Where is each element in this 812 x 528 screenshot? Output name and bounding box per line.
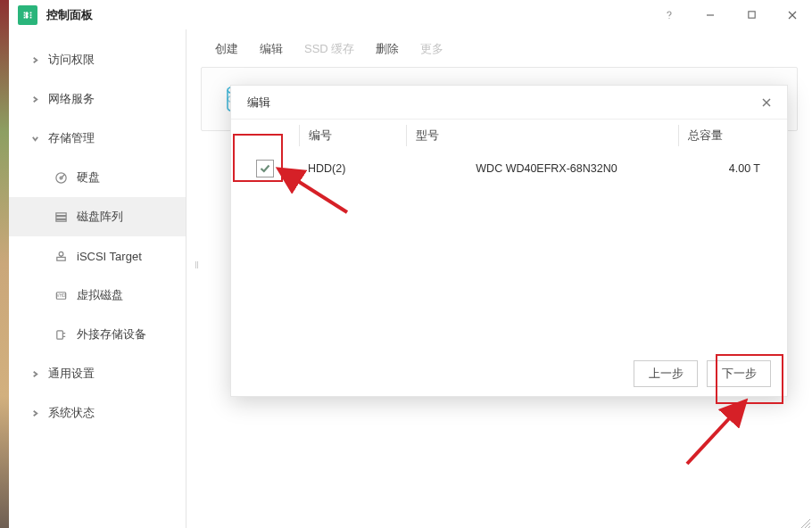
dialog-title: 编辑 — [247, 95, 757, 111]
sidebar-item-disk[interactable]: 硬盘 — [9, 158, 186, 197]
table-header: 编号 型号 总容量 — [231, 120, 787, 152]
raid-icon — [54, 210, 68, 224]
svg-rect-12 — [55, 219, 65, 221]
sidebar-label: 虚拟磁盘 — [77, 287, 123, 303]
svg-point-2 — [668, 18, 669, 19]
external-storage-icon — [54, 327, 68, 342]
svg-rect-14 — [56, 257, 64, 260]
sidebar-item-storage[interactable]: 存储管理 — [9, 119, 186, 158]
chevron-right-icon — [30, 55, 39, 64]
chevron-right-icon — [30, 369, 39, 378]
close-button[interactable] — [778, 3, 807, 28]
sidebar: 访问权限 网络服务 存储管理 硬盘 磁盘阵列 iSCSI Target — [9, 29, 186, 528]
svg-rect-10 — [55, 212, 65, 215]
dialog-close-button[interactable] — [757, 93, 776, 112]
titlebar[interactable]: 控制面板 — [9, 0, 812, 29]
sidebar-item-iscsi[interactable]: iSCSI Target — [9, 236, 186, 276]
iscsi-icon — [54, 249, 68, 263]
sidebar-item-vdisk[interactable]: VHD 虚拟磁盘 — [9, 276, 186, 315]
svg-rect-18 — [56, 330, 62, 338]
next-button[interactable]: 下一步 — [707, 360, 771, 387]
more-button[interactable]: 更多 — [420, 41, 443, 57]
sidebar-item-network[interactable]: 网络服务 — [9, 79, 186, 119]
sidebar-label: 磁盘阵列 — [77, 209, 123, 225]
prev-button[interactable]: 上一步 — [634, 360, 698, 387]
column-model[interactable]: 型号 — [406, 125, 678, 146]
sidebar-resize-handle[interactable] — [195, 261, 198, 268]
table-row[interactable]: HDD(2) WDC WD40EFRX-68N32N0 4.00 T — [231, 152, 787, 186]
svg-rect-4 — [748, 12, 754, 18]
disk-icon — [54, 170, 68, 185]
dialog-header[interactable]: 编辑 — [231, 86, 787, 120]
maximize-button[interactable] — [737, 3, 766, 28]
cell-capacity: 4.00 T — [678, 158, 787, 179]
column-capacity[interactable]: 总容量 — [678, 125, 787, 146]
dialog-body: 编号 型号 总容量 HDD(2) WDC WD40EFRX-68N32N0 4.… — [231, 120, 787, 351]
cell-model: WDC WD40EFRX-68N32N0 — [406, 158, 678, 179]
svg-rect-11 — [55, 216, 65, 219]
edit-dialog: 编辑 编号 型号 总容量 HDD(2) WDC WD40EFRX-68N32N0… — [230, 85, 788, 397]
app-icon — [18, 5, 37, 25]
ssd-cache-button: SSD 缓存 — [304, 41, 354, 57]
sidebar-label: 通用设置 — [48, 366, 95, 382]
delete-button[interactable]: 删除 — [376, 41, 399, 57]
sidebar-label: 外接存储设备 — [77, 326, 146, 342]
minimize-button[interactable] — [696, 3, 725, 28]
window-resize-grip[interactable] — [800, 516, 810, 526]
sidebar-label: 硬盘 — [77, 169, 100, 186]
toolbar: 创建 编辑 SSD 缓存 删除 更多 — [186, 29, 812, 60]
sidebar-item-access[interactable]: 访问权限 — [9, 40, 186, 79]
svg-text:VHD: VHD — [56, 293, 65, 298]
sidebar-label: 系统状态 — [48, 405, 95, 421]
sidebar-label: iSCSI Target — [77, 250, 142, 263]
dialog-footer: 上一步 下一步 — [231, 351, 787, 396]
chevron-down-icon — [30, 134, 39, 143]
sidebar-label: 网络服务 — [48, 91, 95, 107]
sidebar-item-status[interactable]: 系统状态 — [9, 393, 186, 433]
vdisk-icon: VHD — [54, 288, 68, 302]
chevron-right-icon — [30, 95, 39, 103]
svg-point-13 — [59, 252, 63, 256]
sidebar-label: 存储管理 — [48, 130, 95, 146]
wallpaper-edge — [0, 0, 9, 528]
row-checkbox[interactable] — [256, 160, 274, 177]
create-button[interactable]: 创建 — [215, 41, 238, 57]
edit-button[interactable]: 编辑 — [260, 41, 283, 57]
help-button[interactable] — [655, 3, 684, 28]
chevron-right-icon — [30, 408, 39, 417]
sidebar-item-external[interactable]: 外接存储设备 — [9, 315, 186, 354]
sidebar-item-raid[interactable]: 磁盘阵列 — [9, 197, 186, 236]
cell-number: HDD(2) — [299, 158, 406, 179]
column-number[interactable]: 编号 — [299, 125, 406, 146]
sidebar-label: 访问权限 — [48, 52, 95, 68]
window-title: 控制面板 — [46, 7, 655, 23]
sidebar-item-general[interactable]: 通用设置 — [9, 354, 186, 393]
